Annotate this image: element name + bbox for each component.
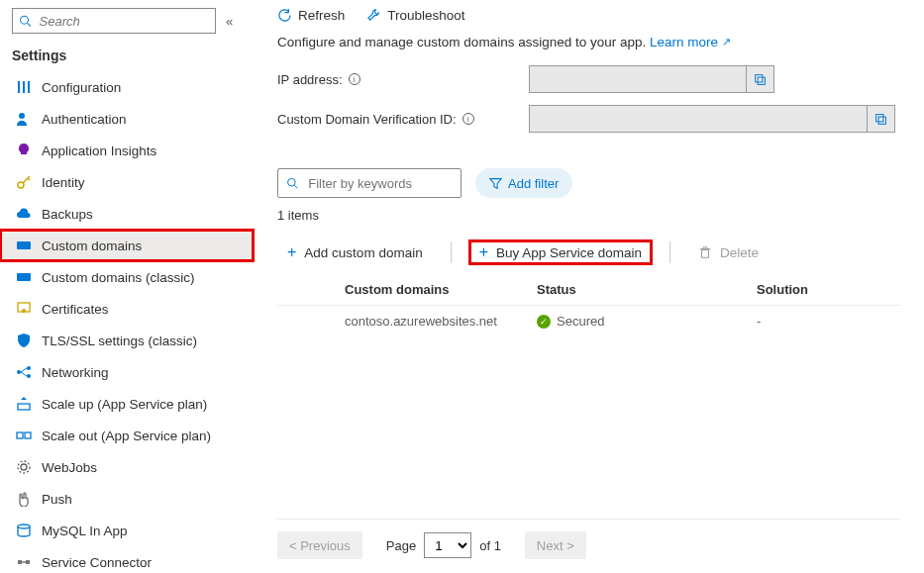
sidebar-item-custom-domains[interactable]: Custom domains xyxy=(0,230,254,261)
search-icon xyxy=(19,14,32,28)
verification-id-value xyxy=(529,105,895,133)
svg-rect-20 xyxy=(25,432,31,438)
filter-input[interactable] xyxy=(306,175,453,192)
table-header: Custom domains Status Solution xyxy=(277,274,900,306)
sidebar-item-custom-domains-classic-[interactable]: Custom domains (classic) xyxy=(0,261,254,293)
paginator: < Previous Page 1 of 1 Next > xyxy=(277,519,900,573)
sidebar-item-mysql-in-app[interactable]: MySQL In App xyxy=(0,515,254,546)
domain-tag-icon xyxy=(16,238,32,253)
domains-table: Custom domains Status Solution contoso.a… xyxy=(277,274,900,336)
copy-icon xyxy=(754,73,767,86)
sidebar-item-configuration[interactable]: Configuration xyxy=(0,71,254,103)
svg-line-16 xyxy=(21,368,27,372)
status-cell: ✓Secured xyxy=(537,314,757,329)
sidebar-item-scale-out-app-service-plan-[interactable]: Scale out (App Service plan) xyxy=(0,420,254,451)
svg-rect-19 xyxy=(17,432,23,438)
svg-rect-9 xyxy=(17,241,31,249)
solution-column-header[interactable]: Solution xyxy=(757,282,900,297)
sidebar: « Settings ConfigurationAuthenticationAp… xyxy=(0,0,254,573)
svg-rect-18 xyxy=(18,404,30,410)
copy-icon xyxy=(874,113,887,126)
info-icon[interactable]: i xyxy=(349,73,360,85)
next-page-button: Next > xyxy=(525,531,586,559)
sidebar-item-label: Scale out (App Service plan) xyxy=(42,429,211,443)
svg-line-32 xyxy=(294,185,297,188)
svg-point-31 xyxy=(288,178,296,186)
filter-input-wrapper[interactable] xyxy=(277,168,462,198)
svg-point-0 xyxy=(21,16,29,24)
sidebar-item-label: MySQL In App xyxy=(42,524,128,538)
svg-line-8 xyxy=(28,178,30,180)
info-icon[interactable]: i xyxy=(462,113,474,125)
svg-line-17 xyxy=(21,372,27,376)
plus-icon: + xyxy=(287,244,296,260)
copy-button[interactable] xyxy=(746,65,773,93)
svg-point-13 xyxy=(17,370,21,374)
svg-rect-24 xyxy=(18,560,22,564)
page-of-label: of 1 xyxy=(479,538,501,553)
sidebar-item-application-insights[interactable]: Application Insights xyxy=(0,135,254,166)
refresh-button[interactable]: Refresh xyxy=(277,8,345,23)
learn-more-link[interactable]: Learn more ↗ xyxy=(650,35,731,49)
plus-icon: + xyxy=(479,244,488,260)
hand-icon xyxy=(16,491,32,507)
network-icon xyxy=(16,364,32,380)
domain-cell: contoso.azurewebsites.net xyxy=(345,314,537,329)
status-column-header[interactable]: Status xyxy=(537,282,757,297)
sidebar-item-push[interactable]: Push xyxy=(0,483,254,515)
search-input[interactable] xyxy=(38,13,209,30)
sidebar-item-label: Configuration xyxy=(42,80,121,95)
sidebar-item-label: TLS/SSL settings (classic) xyxy=(42,334,197,348)
search-input-wrapper[interactable] xyxy=(12,8,216,34)
sidebar-item-label: Push xyxy=(42,492,72,507)
database-icon xyxy=(16,523,32,538)
sidebar-item-webjobs[interactable]: WebJobs xyxy=(0,451,254,483)
sidebar-item-scale-up-app-service-plan-[interactable]: Scale up (App Service plan) xyxy=(0,388,254,420)
add-filter-button[interactable]: Add filter xyxy=(475,168,572,198)
person-key-icon xyxy=(16,111,32,127)
shield-icon xyxy=(16,333,32,348)
external-link-icon: ↗ xyxy=(722,36,731,48)
ip-address-label: IP address: xyxy=(277,72,343,87)
svg-rect-10 xyxy=(17,273,31,281)
certificate-icon xyxy=(16,301,32,317)
sidebar-item-authentication[interactable]: Authentication xyxy=(0,103,254,135)
connector-icon xyxy=(16,554,32,570)
page-select[interactable]: 1 xyxy=(424,532,471,558)
gear-icon xyxy=(16,459,32,475)
sidebar-item-backups[interactable]: Backups xyxy=(0,198,254,230)
sidebar-item-label: Identity xyxy=(42,175,85,190)
svg-point-21 xyxy=(21,464,27,470)
sidebar-item-label: Backups xyxy=(42,207,93,222)
sidebar-item-label: Certificates xyxy=(42,302,109,317)
sidebar-item-label: WebJobs xyxy=(42,460,97,475)
svg-rect-25 xyxy=(26,560,30,564)
domain-column-header[interactable]: Custom domains xyxy=(345,282,537,297)
troubleshoot-button[interactable]: Troubleshoot xyxy=(366,8,464,23)
ip-address-value xyxy=(529,65,774,93)
sidebar-item-label: Networking xyxy=(42,365,109,380)
cloud-icon xyxy=(16,206,32,222)
trash-icon xyxy=(698,245,712,259)
sidebar-item-label: Service Connector xyxy=(42,555,152,570)
table-row[interactable]: contoso.azurewebsites.net✓Secured- xyxy=(277,306,900,336)
key-icon xyxy=(16,174,32,190)
sidebar-item-identity[interactable]: Identity xyxy=(0,166,254,198)
svg-rect-30 xyxy=(876,114,883,121)
copy-button[interactable] xyxy=(867,105,894,133)
domain-tag-icon xyxy=(16,269,32,285)
sidebar-item-networking[interactable]: Networking xyxy=(0,356,254,388)
buy-app-service-domain-button[interactable]: + Buy App Service domain xyxy=(469,240,652,264)
previous-page-button: < Previous xyxy=(277,531,362,559)
sidebar-item-service-connector[interactable]: Service Connector xyxy=(0,546,254,573)
add-custom-domain-button[interactable]: + Add custom domain xyxy=(277,240,433,264)
sidebar-item-tls-ssl-settings-classic-[interactable]: TLS/SSL settings (classic) xyxy=(0,325,254,356)
filter-icon xyxy=(489,177,502,190)
svg-point-5 xyxy=(19,113,25,119)
svg-point-23 xyxy=(18,525,30,528)
sidebar-item-label: Custom domains xyxy=(42,239,142,253)
collapse-sidebar-button[interactable]: « xyxy=(222,14,237,29)
delete-button: Delete xyxy=(688,241,769,264)
sidebar-item-certificates[interactable]: Certificates xyxy=(0,293,254,325)
lightbulb-icon xyxy=(16,143,32,158)
